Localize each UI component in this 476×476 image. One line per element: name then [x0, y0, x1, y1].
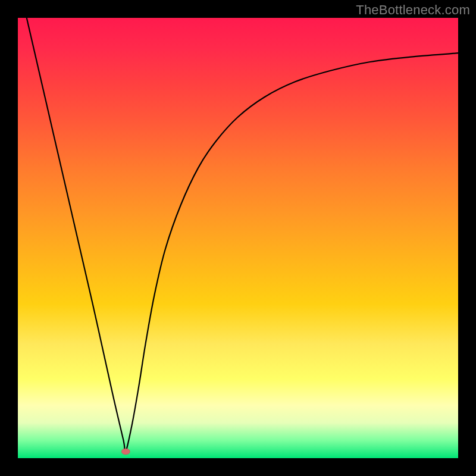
optimal-point-marker [121, 449, 130, 455]
chart-frame: TheBottleneck.com [0, 0, 476, 476]
chart-svg [18, 18, 458, 458]
bottleneck-curve [27, 18, 458, 452]
plot-area [18, 18, 458, 458]
watermark-text: TheBottleneck.com [356, 2, 470, 18]
